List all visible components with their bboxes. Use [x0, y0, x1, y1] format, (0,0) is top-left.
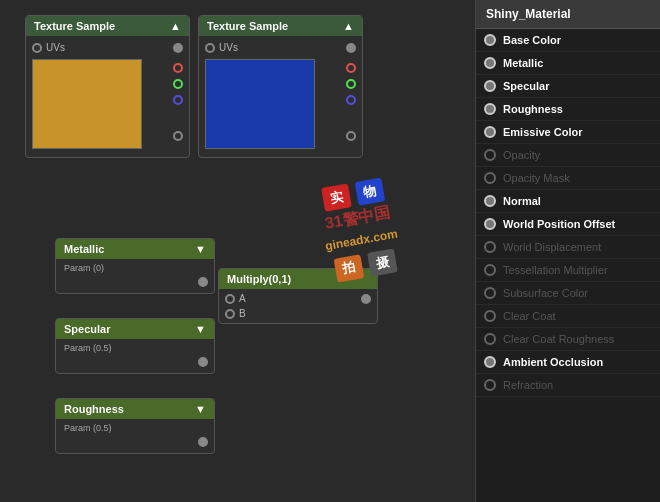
prop-connector-emissive-color [484, 126, 496, 138]
material-prop-emissive-color[interactable]: Emissive Color [476, 121, 660, 144]
prop-connector-clear-coat-roughness [484, 333, 496, 345]
tex1-b-connector[interactable] [173, 95, 183, 105]
roughness-out-connector[interactable] [198, 437, 208, 447]
prop-connector-clear-coat [484, 310, 496, 322]
node-roughness-content: Param (0.5) [56, 419, 214, 453]
uv-connector-left[interactable] [32, 43, 42, 53]
prop-connector-ambient-occlusion [484, 356, 496, 368]
watermark-text-2: gineadx.com [320, 222, 404, 259]
material-prop-normal[interactable]: Normal [476, 190, 660, 213]
material-prop-opacity[interactable]: Opacity [476, 144, 660, 167]
material-prop-refraction[interactable]: Refraction [476, 374, 660, 397]
material-prop-base-color[interactable]: Base Color [476, 29, 660, 52]
prop-label-world-position-offset: World Position Offset [503, 218, 615, 230]
node-specular-param: Param (0.5) [56, 343, 214, 355]
prop-label-opacity-mask: Opacity Mask [503, 172, 570, 184]
node-texture2[interactable]: Texture Sample ▲ UVs [198, 15, 363, 158]
prop-connector-roughness [484, 103, 496, 115]
tex2-a-connector[interactable] [346, 131, 356, 141]
prop-connector-world-displacement [484, 241, 496, 253]
prop-label-opacity: Opacity [503, 149, 540, 161]
tex2-g-connector[interactable] [346, 79, 356, 89]
prop-label-world-displacement: World Displacement [503, 241, 601, 253]
material-prop-ambient-occlusion[interactable]: Ambient Occlusion [476, 351, 660, 374]
prop-label-emissive-color: Emissive Color [503, 126, 582, 138]
node-texture1-uv-row: UVs [26, 40, 189, 55]
multiply-b-connector-left[interactable] [225, 309, 235, 319]
prop-connector-base-color [484, 34, 496, 46]
multiply-out-connector[interactable] [361, 294, 371, 304]
tex2-b-connector[interactable] [346, 95, 356, 105]
node-multiply-content: A B [219, 289, 377, 323]
prop-label-subsurface-color: Subsurface Color [503, 287, 588, 299]
uv2-connector-left[interactable] [205, 43, 215, 53]
uv2-label: UVs [219, 42, 238, 53]
node-texture2-content: UVs [199, 36, 362, 157]
prop-connector-normal [484, 195, 496, 207]
prop-connector-opacity-mask [484, 172, 496, 184]
watermark-text-1: 31警中国 [319, 199, 396, 236]
material-prop-specular[interactable]: Specular [476, 75, 660, 98]
node-metallic-connectors [56, 275, 214, 289]
tex1-a-connector[interactable] [173, 131, 183, 141]
material-prop-subsurface-color[interactable]: Subsurface Color [476, 282, 660, 305]
node-specular-content: Param (0.5) [56, 339, 214, 373]
node-metallic[interactable]: Metallic ▼ Param (0) [55, 238, 215, 294]
material-prop-clear-coat[interactable]: Clear Coat [476, 305, 660, 328]
node-specular-arrow-icon[interactable]: ▼ [195, 323, 206, 335]
specular-out-connector[interactable] [198, 357, 208, 367]
node-roughness-connectors [56, 435, 214, 449]
material-prop-tessellation-multiplier[interactable]: Tessellation Multiplier [476, 259, 660, 282]
material-prop-metallic[interactable]: Metallic [476, 52, 660, 75]
watermark-badge-1: 实 [322, 183, 353, 211]
material-panel-title: Shiny_Material [476, 0, 660, 29]
node-texture1-content: UVs [26, 36, 189, 157]
canvas-area[interactable]: Texture Sample ▲ UVs T [0, 0, 470, 502]
node-specular-header: Specular ▼ [56, 319, 214, 339]
prop-label-refraction: Refraction [503, 379, 553, 391]
node-multiply-b-row: B [219, 306, 377, 321]
prop-label-clear-coat: Clear Coat [503, 310, 556, 322]
prop-label-specular: Specular [503, 80, 549, 92]
uv2-connector-right[interactable] [346, 43, 356, 53]
node-texture2-header: Texture Sample ▲ [199, 16, 362, 36]
node-multiply[interactable]: Multiply(0,1) A B [218, 268, 378, 324]
node-multiply-a-row: A [219, 291, 377, 306]
multiply-a-connector-left[interactable] [225, 294, 235, 304]
material-prop-roughness[interactable]: Roughness [476, 98, 660, 121]
node-metallic-param: Param (0) [56, 263, 214, 275]
tex1-r-connector[interactable] [173, 63, 183, 73]
tex2-r-connector[interactable] [346, 63, 356, 73]
material-prop-clear-coat-roughness[interactable]: Clear Coat Roughness [476, 328, 660, 351]
uv-connector-right[interactable] [173, 43, 183, 53]
node-multiply-header: Multiply(0,1) [219, 269, 377, 289]
material-panel: Shiny_Material Base ColorMetallicSpecula… [475, 0, 660, 502]
node-roughness-arrow-icon[interactable]: ▼ [195, 403, 206, 415]
node-texture1[interactable]: Texture Sample ▲ UVs [25, 15, 190, 158]
prop-connector-tessellation-multiplier [484, 264, 496, 276]
prop-connector-world-position-offset [484, 218, 496, 230]
prop-label-base-color: Base Color [503, 34, 561, 46]
prop-label-tessellation-multiplier: Tessellation Multiplier [503, 264, 608, 276]
node-texture2-uv-row: UVs [199, 40, 362, 55]
prop-label-normal: Normal [503, 195, 541, 207]
metallic-out-connector[interactable] [198, 277, 208, 287]
material-prop-world-displacement[interactable]: World Displacement [476, 236, 660, 259]
node-specular[interactable]: Specular ▼ Param (0.5) [55, 318, 215, 374]
material-properties-list: Base ColorMetallicSpecularRoughnessEmiss… [476, 29, 660, 397]
node-texture1-header: Texture Sample ▲ [26, 16, 189, 36]
node-metallic-arrow-icon[interactable]: ▼ [195, 243, 206, 255]
node-texture1-arrow-icon[interactable]: ▲ [170, 20, 181, 32]
node-roughness-param: Param (0.5) [56, 423, 214, 435]
node-specular-connectors [56, 355, 214, 369]
texture-preview-2 [205, 59, 315, 149]
prop-label-roughness: Roughness [503, 103, 563, 115]
node-metallic-content: Param (0) [56, 259, 214, 293]
node-texture2-arrow-icon[interactable]: ▲ [343, 20, 354, 32]
tex1-g-connector[interactable] [173, 79, 183, 89]
material-prop-opacity-mask[interactable]: Opacity Mask [476, 167, 660, 190]
uv-label: UVs [46, 42, 65, 53]
texture-preview-1 [32, 59, 142, 149]
node-roughness[interactable]: Roughness ▼ Param (0.5) [55, 398, 215, 454]
material-prop-world-position-offset[interactable]: World Position Offset [476, 213, 660, 236]
